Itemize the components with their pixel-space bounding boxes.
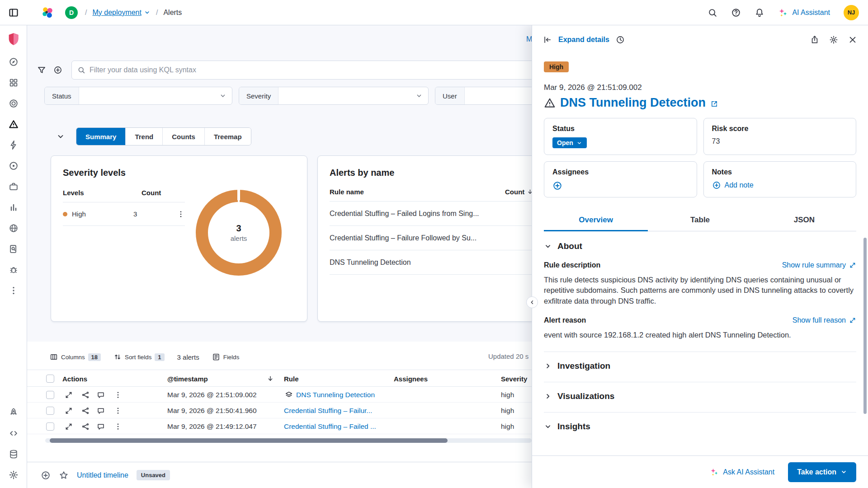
column-header-timestamp[interactable]: @timestamp (167, 370, 208, 387)
status-filter[interactable]: Status (44, 87, 232, 105)
sidebar-item-settings[interactable] (9, 470, 19, 480)
search-button[interactable] (708, 8, 717, 18)
flyout-settings-button[interactable] (829, 35, 838, 44)
expand-alert-button[interactable] (65, 422, 73, 431)
status-dropdown[interactable]: Open (552, 137, 587, 148)
select-all-checkbox[interactable] (46, 375, 54, 383)
about-section-header[interactable]: About (544, 241, 856, 251)
tab-overview[interactable]: Overview (544, 209, 648, 231)
close-flyout-button[interactable] (848, 35, 857, 44)
severity-filter[interactable]: Severity (239, 87, 429, 105)
share-button[interactable] (810, 35, 819, 44)
rule-link[interactable]: Credential Stuffing – Failur... (284, 407, 372, 415)
show-full-reason-link[interactable]: Show full reason (793, 316, 856, 324)
row-actions-button[interactable] (177, 210, 185, 218)
tab-table[interactable]: Table (648, 209, 752, 231)
sidebar-item-osquery[interactable] (9, 161, 19, 171)
sidebar-item-findings[interactable] (9, 244, 19, 254)
help-button[interactable] (731, 8, 741, 18)
expand-alert-button[interactable] (65, 407, 73, 415)
external-link-icon[interactable] (710, 100, 718, 108)
user-avatar[interactable]: NJ (844, 5, 859, 20)
row-checkbox[interactable] (46, 391, 54, 399)
horizontal-scrollbar[interactable] (45, 438, 532, 443)
tab-treemap[interactable]: Treemap (205, 128, 251, 145)
filter-menu-button[interactable] (33, 62, 50, 78)
tab-counts[interactable]: Counts (163, 128, 205, 145)
sidebar-item-analytics[interactable] (9, 202, 19, 212)
show-rule-summary-link[interactable]: Show rule summary (782, 261, 856, 269)
sidebar-item-explore[interactable] (9, 223, 19, 233)
sidebar-item-dev-tools[interactable] (9, 428, 19, 438)
sidebar-item-discover[interactable] (9, 57, 19, 67)
sidebar-item-dashboards[interactable] (9, 78, 19, 88)
horizontal-scrollbar-thumb[interactable] (50, 438, 448, 443)
rule-link[interactable]: DNS Tunneling Detection (285, 391, 375, 399)
session-view-button[interactable] (97, 422, 105, 431)
column-header-count[interactable]: Count (505, 188, 524, 196)
breadcrumb: / My deployment / Alerts (85, 9, 182, 17)
visualizations-section-header[interactable]: Visualizations (544, 391, 856, 401)
analyzer-button[interactable] (81, 391, 90, 399)
severity-row-high: High 3 (63, 202, 185, 226)
expand-alert-button[interactable] (65, 391, 73, 399)
add-assignee-button[interactable] (552, 181, 562, 191)
nav-menu-button[interactable] (0, 7, 27, 18)
flyout-collapse-handle[interactable] (526, 296, 538, 308)
columns-button[interactable]: Columns 18 (50, 353, 101, 361)
tab-summary[interactable]: Summary (76, 128, 126, 145)
star-icon (59, 470, 69, 480)
tab-json[interactable]: JSON (752, 209, 856, 231)
notifications-button[interactable] (755, 8, 764, 18)
sidebar-item-getting-started[interactable] (9, 408, 19, 418)
sidebar-item-stack-management[interactable] (9, 449, 19, 459)
sort-fields-button[interactable]: Sort fields 1 (113, 353, 165, 361)
ai-assistant-button[interactable]: AI Assistant (778, 8, 830, 18)
timeline-title-link[interactable]: Untitled timeline (77, 471, 128, 479)
investigation-section-header[interactable]: Investigation (544, 361, 856, 371)
ask-ai-assistant-button[interactable]: Ask AI Assistant (710, 468, 774, 477)
sidebar-item-intelligence[interactable] (9, 265, 19, 275)
tab-trend[interactable]: Trend (126, 128, 163, 145)
more-actions-button[interactable] (114, 407, 122, 415)
column-header-rule-name: Rule name (330, 188, 505, 196)
expand-details-link[interactable]: Expand details (558, 36, 609, 44)
session-view-button[interactable] (97, 391, 105, 399)
column-header-severity[interactable]: Severity (501, 370, 527, 387)
alert-history-button[interactable] (616, 35, 625, 44)
notes-box: Notes Add note (703, 161, 857, 197)
sidebar-item-cases[interactable] (9, 182, 19, 192)
insights-section-header[interactable]: Insights (544, 422, 856, 432)
deployment-badge[interactable]: D (65, 6, 78, 19)
breadcrumb-deployment-link[interactable]: My deployment (92, 9, 151, 17)
more-actions-button[interactable] (114, 422, 122, 431)
sidebar-item-timelines[interactable] (9, 140, 19, 150)
rule-link[interactable]: Credential Stuffing – Failed ... (284, 422, 376, 431)
sidebar-item-rules[interactable] (9, 99, 19, 108)
favorite-timeline-button[interactable] (59, 470, 69, 480)
collapse-charts-button[interactable] (54, 130, 67, 143)
fields-button[interactable]: Fields (212, 353, 240, 361)
sort-descending-icon[interactable] (267, 375, 274, 382)
column-header-assignees[interactable]: Assignees (394, 370, 428, 387)
add-filter-button[interactable] (50, 62, 66, 78)
search-icon (708, 8, 717, 18)
alerts-donut-chart: 3 alerts (196, 190, 282, 276)
take-action-button[interactable]: Take action (788, 462, 856, 482)
flyout-scrollbar-thumb[interactable] (863, 238, 867, 414)
collapse-details-button[interactable] (543, 35, 552, 44)
session-view-button[interactable] (97, 407, 105, 415)
more-actions-button[interactable] (114, 391, 122, 399)
sidebar-item-more[interactable] (9, 286, 19, 296)
sidebar-item-alerts[interactable] (9, 119, 19, 129)
fields-icon (212, 353, 220, 361)
add-note-button[interactable]: Add note (712, 181, 754, 190)
alert-title-link[interactable]: DNS Tunneling Detection (560, 96, 706, 110)
dots-vertical-icon (114, 407, 122, 415)
analyzer-button[interactable] (81, 407, 90, 415)
row-checkbox[interactable] (46, 407, 54, 415)
row-checkbox[interactable] (46, 422, 54, 431)
add-timeline-button[interactable] (41, 470, 51, 480)
analyzer-button[interactable] (81, 422, 90, 431)
column-header-rule[interactable]: Rule (284, 370, 299, 387)
